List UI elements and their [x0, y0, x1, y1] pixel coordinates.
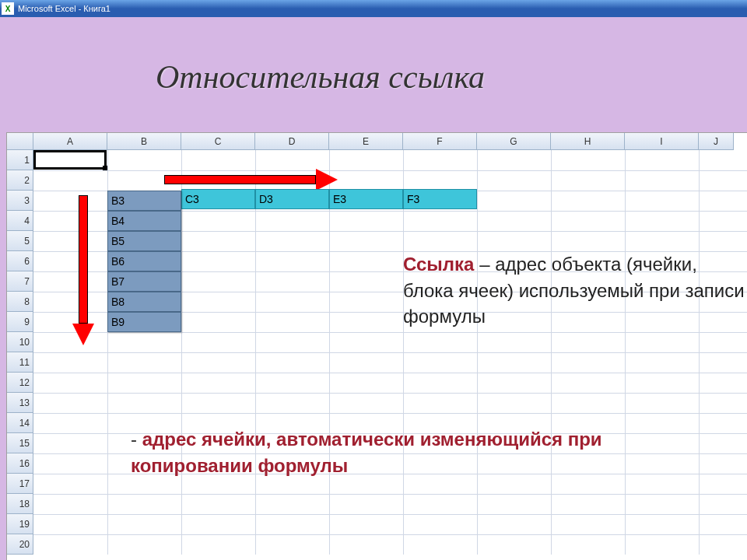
definition-term: Ссылка	[403, 254, 474, 275]
ref-cell: B3	[107, 191, 181, 211]
row-header[interactable]: 7	[7, 271, 33, 292]
row-header[interactable]: 12	[7, 373, 33, 393]
active-cell-selection[interactable]	[33, 150, 107, 170]
slide-heading: Относительная ссылка	[156, 58, 485, 96]
ref-cell: D3	[255, 189, 329, 209]
col-header[interactable]: H	[551, 133, 625, 150]
col-header[interactable]: F	[403, 133, 477, 150]
column-headers: A B C D E F G H I J	[7, 133, 747, 150]
row-header[interactable]: 13	[7, 393, 33, 413]
row-header[interactable]: 11	[7, 352, 33, 373]
cell-grid[interactable]: C3 D3 E3 F3 B3 B4 B5 B6 B7 B8 B9 Ссылка …	[33, 150, 747, 555]
row-header[interactable]: 9	[7, 312, 33, 332]
col-header[interactable]: G	[477, 133, 551, 150]
ref-cell: E3	[329, 189, 403, 209]
col-header[interactable]: C	[181, 133, 255, 150]
ref-cell: B8	[107, 292, 181, 312]
row-header[interactable]: 15	[7, 433, 33, 453]
row-header[interactable]: 19	[7, 514, 33, 534]
row-headers: 1 2 3 4 5 6 7 8 9 10 11 12 13 14 15 16 1…	[7, 150, 33, 555]
ref-cell: B4	[107, 211, 181, 231]
ref-cell: B6	[107, 251, 181, 271]
row-header[interactable]: 18	[7, 494, 33, 514]
row-header[interactable]: 8	[7, 292, 33, 312]
ref-cell: C3	[181, 189, 255, 209]
row-header[interactable]: 4	[7, 211, 33, 231]
excel-icon: X	[2, 2, 14, 15]
arrow-right-icon	[164, 170, 335, 189]
row-header[interactable]: 10	[7, 332, 33, 352]
col-header[interactable]: I	[625, 133, 699, 150]
arrow-down-icon	[72, 195, 94, 343]
col-header[interactable]: D	[255, 133, 329, 150]
dash: -	[131, 429, 142, 450]
row-header[interactable]: 17	[7, 474, 33, 494]
row-header[interactable]: 20	[7, 534, 33, 555]
definition-text: Ссылка – адрес объекта (ячейки, блока яч…	[403, 251, 745, 330]
ref-cell: B7	[107, 271, 181, 292]
col-header[interactable]: J	[699, 133, 734, 150]
ref-cell: F3	[403, 189, 477, 209]
vertical-reference-cells: B3 B4 B5 B6 B7 B8 B9	[107, 191, 181, 332]
titlebar-text: Microsoft Excel - Книга1	[18, 4, 110, 13]
explanation-text: - адрес ячейки, автоматически изменяющий…	[131, 426, 660, 478]
exp-seg: , автоматически	[266, 429, 420, 450]
ref-cell: B5	[107, 231, 181, 251]
spreadsheet: A B C D E F G H I J 1 2 3 4 5 6 7 8 9 10	[6, 132, 747, 560]
col-header[interactable]: A	[33, 133, 107, 150]
row-header[interactable]: 5	[7, 231, 33, 251]
ref-cell: B9	[107, 312, 181, 332]
exp-seg: изменяющийся	[420, 429, 563, 450]
row-header[interactable]: 14	[7, 413, 33, 433]
horizontal-reference-cells: C3 D3 E3 F3	[181, 189, 477, 209]
exp-seg: адрес ячейки	[142, 429, 266, 450]
row-header[interactable]: 2	[7, 170, 33, 191]
row-header[interactable]: 16	[7, 453, 33, 474]
col-header[interactable]: E	[329, 133, 403, 150]
col-header[interactable]: B	[107, 133, 181, 150]
header-corner[interactable]	[7, 133, 33, 150]
row-header[interactable]: 6	[7, 251, 33, 271]
row-header[interactable]: 1	[7, 150, 33, 170]
row-header[interactable]: 3	[7, 191, 33, 211]
titlebar: X Microsoft Excel - Книга1	[0, 0, 747, 17]
